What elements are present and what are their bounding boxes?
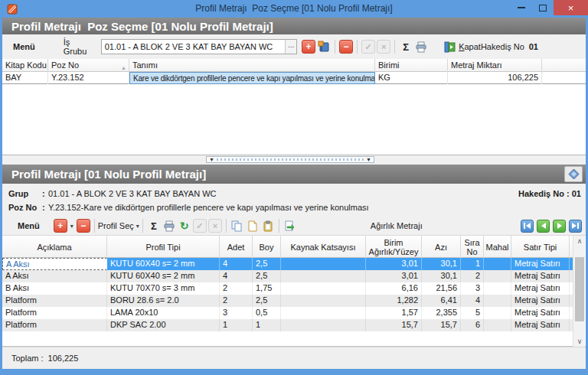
print-icon[interactable] <box>414 40 428 54</box>
table-row[interactable]: Platform LAMA 20x10 3 0,5 1,57 2,355 5 M… <box>2 307 573 319</box>
cell-tanimi-selected[interactable]: Kare ve dikdörtgen profillerle pencere v… <box>129 72 375 84</box>
cell[interactable]: 1,282 <box>366 295 422 307</box>
cell[interactable]: 1 <box>220 319 253 331</box>
col-birimi[interactable]: Birimi <box>375 59 448 72</box>
sum-button-2[interactable]: Σ <box>147 219 161 233</box>
cell[interactable]: B Aksı <box>2 282 107 295</box>
cell[interactable] <box>281 295 366 307</box>
cell[interactable]: 1,57 <box>366 307 422 319</box>
cell[interactable] <box>281 258 366 270</box>
workgroup-combobox[interactable]: 01.01 - A BLOK 2 VE 3 KAT BAY BAYAN WC .… <box>101 39 297 54</box>
cell[interactable]: 2,355 <box>422 307 461 319</box>
cell[interactable]: 15,7 <box>422 319 461 331</box>
table-row-selected[interactable]: A Aksı KUTU 60X40 s= 2 mm 4 2,5 3,01 30,… <box>2 258 573 270</box>
cell[interactable]: A Aksı <box>2 258 107 270</box>
cell[interactable]: 2 <box>461 270 484 282</box>
close-button[interactable]: × <box>554 0 588 15</box>
cell[interactable] <box>281 307 366 319</box>
cell[interactable]: Metraj Satırı <box>511 319 570 331</box>
cell[interactable] <box>484 282 511 295</box>
cell[interactable]: 30,1 <box>422 258 461 270</box>
refresh-icon[interactable]: ↻ <box>178 219 191 233</box>
col-boy[interactable]: Boy <box>253 236 281 258</box>
scroll-down-icon[interactable]: ∨ <box>573 336 586 347</box>
cell[interactable]: 1,75 <box>253 282 281 295</box>
delete-button[interactable]: − <box>339 40 353 54</box>
table-row[interactable]: Platform DKP SAC 2.00 1 1 15,7 15,7 6 Me… <box>2 319 573 331</box>
col-metraj-miktari[interactable]: Metraj Miktarı <box>448 59 542 72</box>
cell[interactable]: Platform <box>2 319 107 331</box>
cell[interactable] <box>281 282 366 295</box>
cell[interactable]: KUTU 70X70 s= 3 mm <box>107 282 220 295</box>
cell[interactable]: 3 <box>220 307 253 319</box>
export-icon[interactable] <box>283 219 297 233</box>
cell[interactable]: 2 <box>220 295 253 307</box>
add-row-button[interactable]: + <box>54 219 67 233</box>
cell[interactable]: KUTU 60X40 s= 2 mm <box>107 270 220 282</box>
cell[interactable]: 21,56 <box>422 282 461 295</box>
col-mahal[interactable]: Mahal <box>484 236 511 258</box>
cell[interactable] <box>281 319 366 331</box>
cell[interactable]: 6 <box>461 319 484 331</box>
table-row[interactable]: Platform BORU 28.6 s= 2.0 2 2,5 1,282 6,… <box>2 295 573 307</box>
add-row-dropdown-icon[interactable]: ▾ <box>70 223 74 230</box>
diamond-button[interactable] <box>564 166 583 182</box>
cell[interactable] <box>484 319 511 331</box>
cell[interactable]: 0,5 <box>253 307 281 319</box>
cell[interactable]: 4 <box>220 270 253 282</box>
cell[interactable]: 3 <box>461 282 484 295</box>
profil-sec-button[interactable]: Profil Seç ▾ <box>98 221 139 230</box>
col-kitap-kodu[interactable]: Kitap Kodu <box>2 59 48 72</box>
cell[interactable] <box>484 307 511 319</box>
copy-icon[interactable] <box>230 219 244 233</box>
cell[interactable]: 30,1 <box>422 270 461 282</box>
col-adet[interactable]: Adet <box>220 236 253 258</box>
col-poz-no[interactable]: Poz No▲ <box>48 59 129 72</box>
cell[interactable] <box>484 270 511 282</box>
menu-button-2[interactable]: Menü <box>18 221 40 230</box>
cell[interactable]: 2,5 <box>253 295 281 307</box>
cell[interactable]: 3,01 <box>366 270 422 282</box>
cell[interactable]: Metraj Satırı <box>511 295 570 307</box>
cell[interactable]: 6,41 <box>422 295 461 307</box>
delete-row-button[interactable]: − <box>77 219 90 233</box>
col-sira-no[interactable]: Sıra No <box>461 236 484 258</box>
cell[interactable]: 4 <box>461 295 484 307</box>
col-birim-agirlik[interactable]: Birim Ağırlık/Yüzey <box>366 236 422 258</box>
cell[interactable]: A Aksı <box>2 270 107 282</box>
nav-first-button[interactable] <box>521 220 534 233</box>
splitter-grip[interactable] <box>217 158 364 161</box>
col-aciklama[interactable]: Açıklama <box>2 236 107 258</box>
cell[interactable] <box>484 295 511 307</box>
cell[interactable] <box>484 258 511 270</box>
workgroup-browse-button[interactable]: ... <box>285 40 296 54</box>
cell[interactable]: Metraj Satırı <box>511 307 570 319</box>
cell[interactable]: LAMA 20x10 <box>107 307 220 319</box>
cell-poz-no[interactable]: Y.23.152 <box>48 72 129 84</box>
cell[interactable]: Platform <box>2 307 107 319</box>
vertical-scrollbar[interactable]: ∧ ∨ <box>573 236 585 347</box>
cell[interactable]: 1 <box>253 319 281 331</box>
col-satir-tipi[interactable]: Satır Tipi <box>511 236 570 258</box>
cell[interactable] <box>281 270 366 282</box>
col-profil-tipi[interactable]: Profil Tipi <box>107 236 220 258</box>
close-panel-button[interactable]: Kapat <box>444 41 481 53</box>
sum-button[interactable]: Σ <box>399 40 413 54</box>
splitter-collapse-icon[interactable]: ▼ <box>207 157 217 162</box>
cell[interactable]: 2 <box>220 282 253 295</box>
cell[interactable]: Platform <box>2 295 107 307</box>
clipboard-icon[interactable] <box>261 219 275 233</box>
col-tanimi[interactable]: Tanımı <box>129 59 375 72</box>
maximize-button[interactable] <box>532 0 554 15</box>
add-button[interactable]: + <box>302 40 315 54</box>
minimize-button[interactable] <box>511 0 532 15</box>
menu-button[interactable]: Menü <box>13 42 35 51</box>
splitter-collapse-icon[interactable]: ▼ <box>364 157 374 162</box>
table-row[interactable]: B Aksı KUTU 70X70 s= 3 mm 2 1,75 6,16 21… <box>2 282 573 295</box>
table-row[interactable]: A Aksı KUTU 60X40 s= 2 mm 4 2,5 3,01 30,… <box>2 270 573 282</box>
cell[interactable]: Metraj Satırı <box>511 282 570 295</box>
cell[interactable]: 15,7 <box>366 319 422 331</box>
cell-birimi[interactable]: KG <box>375 72 448 84</box>
cell[interactable]: 1 <box>461 258 484 270</box>
cell[interactable]: Metraj Satırı <box>511 270 570 282</box>
